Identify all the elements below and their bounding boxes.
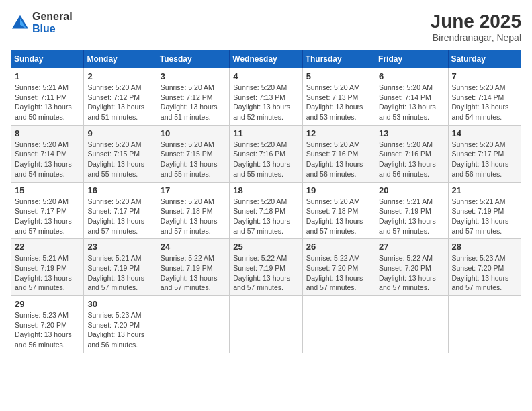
calendar-header-friday: Friday: [375, 50, 448, 68]
calendar-day-13: 13Sunrise: 5:20 AMSunset: 7:16 PMDayligh…: [375, 125, 448, 182]
calendar-day-18: 18Sunrise: 5:20 AMSunset: 7:18 PMDayligh…: [230, 182, 302, 239]
calendar-day-4: 4Sunrise: 5:20 AMSunset: 7:13 PMDaylight…: [230, 68, 302, 126]
day-number: 21: [452, 185, 517, 195]
day-info: Sunrise: 5:20 AMSunset: 7:17 PMDaylight:…: [15, 197, 72, 235]
logo: General Blue: [11, 11, 73, 34]
day-number: 17: [161, 185, 226, 195]
day-info: Sunrise: 5:20 AMSunset: 7:14 PMDaylight:…: [379, 83, 436, 121]
calendar-header-saturday: Saturday: [448, 50, 521, 68]
day-number: 23: [87, 242, 152, 252]
calendar-day-16: 16Sunrise: 5:20 AMSunset: 7:17 PMDayligh…: [84, 182, 157, 239]
day-number: 27: [379, 242, 444, 252]
day-info: Sunrise: 5:20 AMSunset: 7:14 PMDaylight:…: [452, 83, 509, 121]
day-number: 15: [15, 185, 80, 195]
calendar-week-1: 1Sunrise: 5:21 AMSunset: 7:11 PMDaylight…: [11, 68, 521, 126]
calendar-day-empty: [302, 296, 375, 353]
day-info: Sunrise: 5:20 AMSunset: 7:17 PMDaylight:…: [87, 197, 144, 235]
calendar-day-25: 25Sunrise: 5:22 AMSunset: 7:19 PMDayligh…: [230, 239, 302, 296]
day-number: 7: [452, 71, 517, 81]
day-number: 3: [161, 71, 226, 81]
calendar-header-sunday: Sunday: [11, 50, 84, 68]
calendar-day-29: 29Sunrise: 5:23 AMSunset: 7:20 PMDayligh…: [11, 296, 84, 353]
day-number: 20: [379, 185, 444, 195]
calendar-day-8: 8Sunrise: 5:20 AMSunset: 7:14 PMDaylight…: [11, 125, 84, 182]
calendar-header-wednesday: Wednesday: [230, 50, 302, 68]
logo-icon: [11, 13, 30, 32]
day-info: Sunrise: 5:21 AMSunset: 7:19 PMDaylight:…: [452, 197, 509, 235]
day-number: 11: [233, 128, 298, 138]
calendar-week-2: 8Sunrise: 5:20 AMSunset: 7:14 PMDaylight…: [11, 125, 521, 182]
day-number: 16: [87, 185, 152, 195]
calendar-day-28: 28Sunrise: 5:23 AMSunset: 7:20 PMDayligh…: [448, 239, 521, 296]
calendar-header-monday: Monday: [84, 50, 157, 68]
month-title: June 2025: [431, 11, 521, 32]
day-number: 29: [15, 299, 80, 309]
day-number: 19: [306, 185, 371, 195]
calendar-day-7: 7Sunrise: 5:20 AMSunset: 7:14 PMDaylight…: [448, 68, 521, 126]
calendar-day-10: 10Sunrise: 5:20 AMSunset: 7:15 PMDayligh…: [157, 125, 229, 182]
day-number: 9: [87, 128, 152, 138]
day-info: Sunrise: 5:20 AMSunset: 7:13 PMDaylight:…: [306, 83, 363, 121]
day-number: 13: [379, 128, 444, 138]
calendar-day-12: 12Sunrise: 5:20 AMSunset: 7:16 PMDayligh…: [302, 125, 375, 182]
calendar-header-row: SundayMondayTuesdayWednesdayThursdayFrid…: [11, 50, 521, 68]
day-number: 6: [379, 71, 444, 81]
day-info: Sunrise: 5:21 AMSunset: 7:19 PMDaylight:…: [87, 254, 144, 291]
day-info: Sunrise: 5:20 AMSunset: 7:18 PMDaylight:…: [306, 197, 363, 235]
calendar-day-22: 22Sunrise: 5:21 AMSunset: 7:19 PMDayligh…: [11, 239, 84, 296]
calendar-day-9: 9Sunrise: 5:20 AMSunset: 7:15 PMDaylight…: [84, 125, 157, 182]
day-info: Sunrise: 5:22 AMSunset: 7:19 PMDaylight:…: [233, 254, 290, 291]
calendar-day-30: 30Sunrise: 5:23 AMSunset: 7:20 PMDayligh…: [84, 296, 157, 353]
calendar-day-19: 19Sunrise: 5:20 AMSunset: 7:18 PMDayligh…: [302, 182, 375, 239]
calendar-day-6: 6Sunrise: 5:20 AMSunset: 7:14 PMDaylight…: [375, 68, 448, 126]
calendar-day-1: 1Sunrise: 5:21 AMSunset: 7:11 PMDaylight…: [11, 68, 84, 126]
day-info: Sunrise: 5:21 AMSunset: 7:19 PMDaylight:…: [379, 197, 436, 235]
day-number: 4: [233, 71, 298, 81]
calendar-week-3: 15Sunrise: 5:20 AMSunset: 7:17 PMDayligh…: [11, 182, 521, 239]
calendar-week-4: 22Sunrise: 5:21 AMSunset: 7:19 PMDayligh…: [11, 239, 521, 296]
location-subtitle: Birendranagar, Nepal: [431, 32, 521, 43]
day-info: Sunrise: 5:20 AMSunset: 7:12 PMDaylight:…: [161, 83, 218, 121]
day-info: Sunrise: 5:23 AMSunset: 7:20 PMDaylight:…: [87, 311, 144, 349]
calendar-header-tuesday: Tuesday: [157, 50, 229, 68]
calendar-day-empty: [157, 296, 229, 353]
calendar-day-21: 21Sunrise: 5:21 AMSunset: 7:19 PMDayligh…: [448, 182, 521, 239]
calendar-day-empty: [375, 296, 448, 353]
day-info: Sunrise: 5:20 AMSunset: 7:13 PMDaylight:…: [233, 83, 290, 121]
day-number: 18: [233, 185, 298, 195]
calendar-header-thursday: Thursday: [302, 50, 375, 68]
day-info: Sunrise: 5:21 AMSunset: 7:19 PMDaylight:…: [15, 254, 72, 291]
day-info: Sunrise: 5:20 AMSunset: 7:12 PMDaylight:…: [87, 83, 144, 121]
day-info: Sunrise: 5:21 AMSunset: 7:11 PMDaylight:…: [15, 83, 72, 121]
day-number: 1: [15, 71, 80, 81]
calendar-day-26: 26Sunrise: 5:22 AMSunset: 7:20 PMDayligh…: [302, 239, 375, 296]
day-number: 26: [306, 242, 371, 252]
calendar-day-24: 24Sunrise: 5:22 AMSunset: 7:19 PMDayligh…: [157, 239, 229, 296]
day-info: Sunrise: 5:20 AMSunset: 7:16 PMDaylight:…: [233, 140, 290, 178]
calendar-day-5: 5Sunrise: 5:20 AMSunset: 7:13 PMDaylight…: [302, 68, 375, 126]
day-info: Sunrise: 5:23 AMSunset: 7:20 PMDaylight:…: [15, 311, 72, 349]
calendar-day-3: 3Sunrise: 5:20 AMSunset: 7:12 PMDaylight…: [157, 68, 229, 126]
calendar-day-15: 15Sunrise: 5:20 AMSunset: 7:17 PMDayligh…: [11, 182, 84, 239]
calendar-day-17: 17Sunrise: 5:20 AMSunset: 7:18 PMDayligh…: [157, 182, 229, 239]
day-number: 24: [161, 242, 226, 252]
day-info: Sunrise: 5:20 AMSunset: 7:18 PMDaylight:…: [233, 197, 290, 235]
day-info: Sunrise: 5:20 AMSunset: 7:17 PMDaylight:…: [452, 140, 509, 178]
title-area: June 2025 Birendranagar, Nepal: [431, 11, 521, 43]
day-number: 28: [452, 242, 517, 252]
day-info: Sunrise: 5:22 AMSunset: 7:20 PMDaylight:…: [306, 254, 363, 291]
day-number: 12: [306, 128, 371, 138]
day-info: Sunrise: 5:20 AMSunset: 7:18 PMDaylight:…: [161, 197, 218, 235]
calendar-day-27: 27Sunrise: 5:22 AMSunset: 7:20 PMDayligh…: [375, 239, 448, 296]
calendar-table: SundayMondayTuesdayWednesdayThursdayFrid…: [11, 50, 521, 353]
calendar-day-empty: [448, 296, 521, 353]
logo-general-text: General: [32, 11, 73, 23]
page-header: General Blue June 2025 Birendranagar, Ne…: [11, 11, 521, 43]
day-info: Sunrise: 5:23 AMSunset: 7:20 PMDaylight:…: [452, 254, 509, 291]
day-info: Sunrise: 5:22 AMSunset: 7:19 PMDaylight:…: [161, 254, 218, 291]
calendar-day-14: 14Sunrise: 5:20 AMSunset: 7:17 PMDayligh…: [448, 125, 521, 182]
calendar-week-5: 29Sunrise: 5:23 AMSunset: 7:20 PMDayligh…: [11, 296, 521, 353]
day-number: 25: [233, 242, 298, 252]
day-info: Sunrise: 5:20 AMSunset: 7:15 PMDaylight:…: [87, 140, 144, 178]
day-number: 22: [15, 242, 80, 252]
